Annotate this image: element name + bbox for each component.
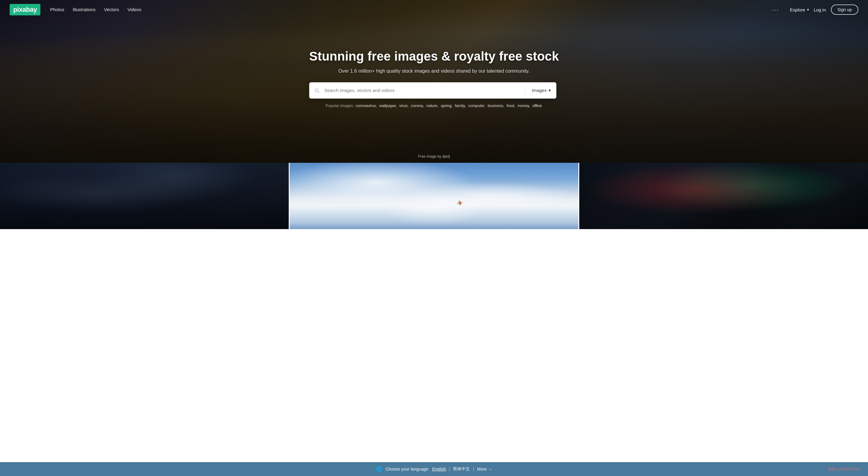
image-grid: [0, 163, 868, 229]
search-type-button[interactable]: Images ▾: [527, 88, 556, 93]
explore-button[interactable]: Explore ▾: [790, 7, 809, 12]
tag-food[interactable]: food,: [507, 103, 516, 108]
tag-nature[interactable]: nature,: [426, 103, 438, 108]
navbar: pixabay Photos Illustrations Vectors Vid…: [0, 0, 868, 19]
search-divider: [525, 86, 525, 95]
grid-item-portrait[interactable]: [579, 163, 868, 229]
nav-photos[interactable]: Photos: [50, 7, 64, 12]
explore-label: Explore: [790, 7, 805, 12]
grid-item-train[interactable]: [0, 163, 289, 229]
nav-vectors[interactable]: Vectors: [104, 7, 119, 12]
chevron-down-icon: ▾: [807, 7, 809, 12]
tag-computer[interactable]: computer,: [468, 103, 485, 108]
login-button[interactable]: Log in: [814, 7, 826, 12]
search-type-chevron: ▾: [549, 88, 551, 93]
nav-links: Photos Illustrations Vectors Videos: [50, 7, 772, 12]
hero-subtitle: Over 1.6 million+ high quality stock ima…: [309, 68, 559, 74]
search-svg-icon: [314, 88, 319, 93]
tag-money[interactable]: money,: [518, 103, 530, 108]
nav-videos[interactable]: Videos: [127, 7, 141, 12]
popular-tags: Popular images: coronavirus, wallpaper, …: [309, 103, 559, 108]
search-icon: [309, 88, 324, 93]
hero-attribution: Free image by djedj: [418, 154, 450, 158]
tag-business[interactable]: business,: [488, 103, 504, 108]
hero-content: Stunning free images & royalty free stoc…: [303, 49, 565, 108]
logo[interactable]: pixabay: [10, 4, 40, 16]
tag-wallpaper[interactable]: wallpaper,: [379, 103, 397, 108]
tag-family[interactable]: family,: [455, 103, 466, 108]
signup-button[interactable]: Sign up: [831, 4, 858, 15]
search-type-label: Images: [532, 88, 547, 93]
tag-virus[interactable]: virus,: [399, 103, 409, 108]
tag-coronavirus[interactable]: coronavirus,: [355, 103, 377, 108]
hero-title: Stunning free images & royalty free stoc…: [309, 49, 559, 64]
search-input[interactable]: [324, 88, 524, 93]
nav-illustrations[interactable]: Illustrations: [73, 7, 96, 12]
popular-tags-label: Popular images:: [326, 103, 354, 108]
grid-item-airplane[interactable]: [290, 163, 578, 229]
tag-spring[interactable]: spring,: [441, 103, 453, 108]
tag-office[interactable]: office: [532, 103, 542, 108]
nav-right: ··· Explore ▾ Log in Sign up: [772, 4, 858, 15]
more-menu-icon[interactable]: ···: [772, 6, 779, 13]
tag-corona[interactable]: corona,: [411, 103, 424, 108]
hero-section: Stunning free images & royalty free stoc…: [0, 0, 868, 163]
svg-line-1: [318, 91, 319, 93]
search-bar: Images ▾: [309, 82, 556, 98]
